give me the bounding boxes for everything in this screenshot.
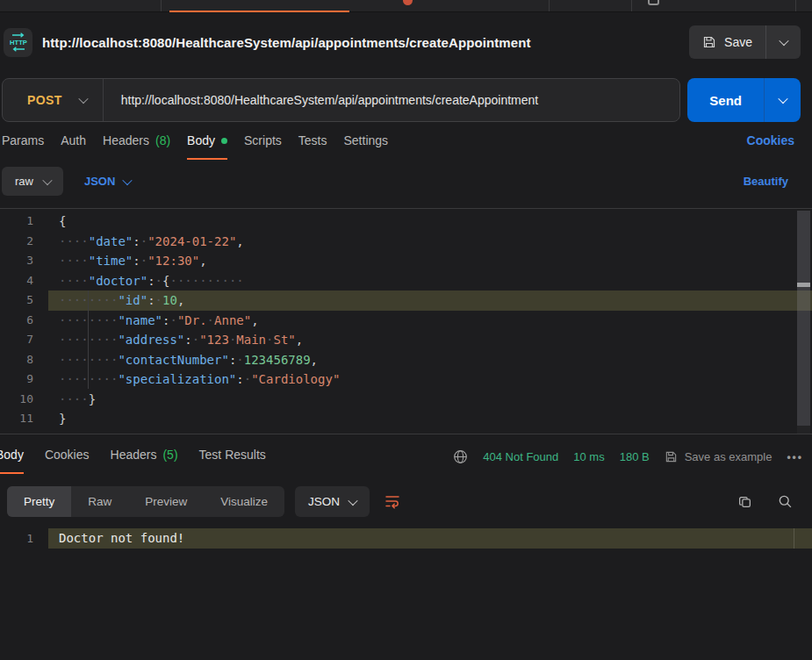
line-content: { (48, 212, 812, 232)
line-content: ····"time":·"12:30", (48, 251, 812, 271)
tab-label: Scripts (244, 133, 282, 147)
tab-label: Body (187, 133, 215, 147)
tab-body[interactable]: Body (187, 133, 227, 160)
search-button[interactable] (778, 494, 793, 509)
response-size: 180 B (620, 450, 650, 463)
code-line-7[interactable]: 7········"address":·"123·Main·St", (0, 330, 812, 350)
response-language-select[interactable]: JSON (295, 486, 370, 517)
status-badge: 404 Not Found (483, 450, 558, 463)
code-line-11[interactable]: 11} (0, 409, 812, 429)
line-content: ········"specialization":·"Cardiology" (48, 369, 812, 390)
line-content: ········"contactNumber":·123456789, (48, 350, 812, 370)
body-controls: raw JSON Beautify (0, 160, 812, 208)
view-visualize[interactable]: Visualize (204, 486, 284, 517)
language-select[interactable]: JSON (84, 175, 131, 188)
line-number: 8 (0, 350, 48, 370)
tab-label: Body (0, 448, 24, 462)
tab-auth[interactable]: Auth (61, 133, 86, 160)
scrollbar-thumb[interactable] (797, 283, 810, 287)
code-line-3[interactable]: 3····"time":·"12:30", (0, 251, 812, 271)
line-content: ····"date":·"2024-01-22", (48, 232, 812, 252)
send-button[interactable]: Send (687, 78, 764, 122)
request-header: HTTP http://localhost:8080/HealthcareSys… (0, 12, 812, 59)
code-line-9[interactable]: 9········"specialization":·"Cardiology" (0, 369, 812, 390)
line-number: 2 (0, 232, 48, 252)
scrollbar-corner (797, 426, 810, 434)
response-tab-headers[interactable]: Headers(5) (111, 448, 178, 474)
code-line-10[interactable]: 10····} (0, 390, 812, 410)
line-number: 7 (0, 330, 48, 350)
save-options-button[interactable] (765, 25, 801, 59)
tab-tests[interactable]: Tests (298, 133, 327, 160)
request-tabs: ParamsAuthHeaders(8)BodyScriptsTestsSett… (2, 133, 388, 160)
tab-divider (161, 0, 162, 11)
view-raw[interactable]: Raw (71, 486, 128, 517)
method-select[interactable]: POST (3, 79, 103, 121)
view-preview[interactable]: Preview (128, 486, 204, 517)
scrollbar-track[interactable] (797, 211, 810, 427)
indent-guide (88, 291, 89, 389)
send-options-button[interactable] (764, 78, 801, 122)
tab-label: Test Results (199, 448, 266, 462)
tab-label: Settings (344, 133, 389, 147)
body-type-label: raw (15, 175, 33, 188)
response-tabs-row: BodyCookiesHeaders(5)Test Results 404 No… (0, 434, 812, 474)
copy-button[interactable] (737, 494, 752, 509)
url-input[interactable]: http://localhost:8080/HealthcareSystem/a… (104, 93, 539, 107)
response-tab-cookies[interactable]: Cookies (45, 448, 90, 474)
code-line-8[interactable]: 8········"contactNumber":·123456789, (0, 350, 812, 370)
active-tab-underline (169, 11, 349, 12)
body-type-select[interactable]: raw (2, 167, 63, 196)
tab-label: Params (2, 133, 44, 147)
tab-headers[interactable]: Headers(8) (103, 133, 170, 160)
tab-settings[interactable]: Settings (344, 133, 389, 160)
beautify-link[interactable]: Beautify (744, 175, 788, 188)
cookies-link[interactable]: Cookies (747, 133, 794, 147)
chevron-down-icon (42, 175, 52, 184)
code-line-4[interactable]: 4····"doctor":·{·········· (0, 271, 812, 291)
http-request-icon: HTTP (4, 28, 32, 57)
save-as-example-button[interactable]: Save as example (665, 450, 772, 463)
language-label: JSON (84, 175, 115, 188)
request-title: http://localhost:8080/HealthcareSystem/a… (42, 35, 531, 50)
line-number: 3 (0, 251, 48, 271)
response-tab-test-results[interactable]: Test Results (199, 448, 266, 474)
code-line-1[interactable]: 1Doctor not found! (0, 528, 812, 549)
request-tabs-row: ParamsAuthHeaders(8)BodyScriptsTestsSett… (0, 122, 812, 160)
line-number: 9 (0, 369, 48, 390)
code-line-1[interactable]: 1{ (0, 212, 812, 232)
view-pretty[interactable]: Pretty (7, 486, 71, 517)
unsaved-dot-icon (403, 0, 413, 5)
response-meta: 404 Not Found 10 ms 180 B Save as exampl… (453, 448, 803, 464)
tab-label: Headers (103, 133, 149, 147)
save-button[interactable]: Save (689, 25, 765, 59)
code-line-2[interactable]: 2····"date":·"2024-01-22", (0, 232, 812, 252)
tab-mini-icon (648, 0, 659, 5)
line-number: 6 (0, 311, 48, 331)
url-box: POST http://localhost:8080/HealthcareSys… (2, 78, 680, 122)
url-row: POST http://localhost:8080/HealthcareSys… (2, 78, 801, 122)
line-number: 11 (0, 409, 48, 429)
line-content: ····} (48, 390, 812, 410)
svg-text:HTTP: HTTP (10, 39, 27, 47)
save-split-button: Save (689, 25, 801, 59)
response-body-viewer[interactable]: 1Doctor not found! (0, 528, 812, 549)
response-tab-body[interactable]: Body (0, 448, 24, 474)
floppy-disk-icon (702, 35, 716, 49)
line-content: ········"name":·"Dr.·Anne", (48, 311, 812, 331)
chevron-down-icon (779, 36, 788, 46)
wrap-text-button[interactable] (384, 494, 400, 509)
send-split-button: Send (687, 78, 801, 122)
tab-params[interactable]: Params (2, 133, 44, 160)
more-actions-button[interactable]: ••• (787, 451, 803, 463)
code-line-5[interactable]: 5········"id":·10, (0, 291, 812, 311)
response-right-icons (737, 494, 793, 509)
code-line-6[interactable]: 6········"name":·"Dr.·Anne", (0, 311, 812, 331)
request-body-editor[interactable]: 1{2····"date":·"2024-01-22",3····"time":… (0, 208, 812, 434)
tab-count: (5) (162, 448, 177, 462)
tab-label: Headers (111, 448, 157, 462)
app-tab-bar[interactable] (0, 0, 812, 12)
line-number: 1 (0, 212, 48, 232)
tab-scripts[interactable]: Scripts (244, 133, 282, 160)
line-number: 5 (0, 291, 48, 311)
